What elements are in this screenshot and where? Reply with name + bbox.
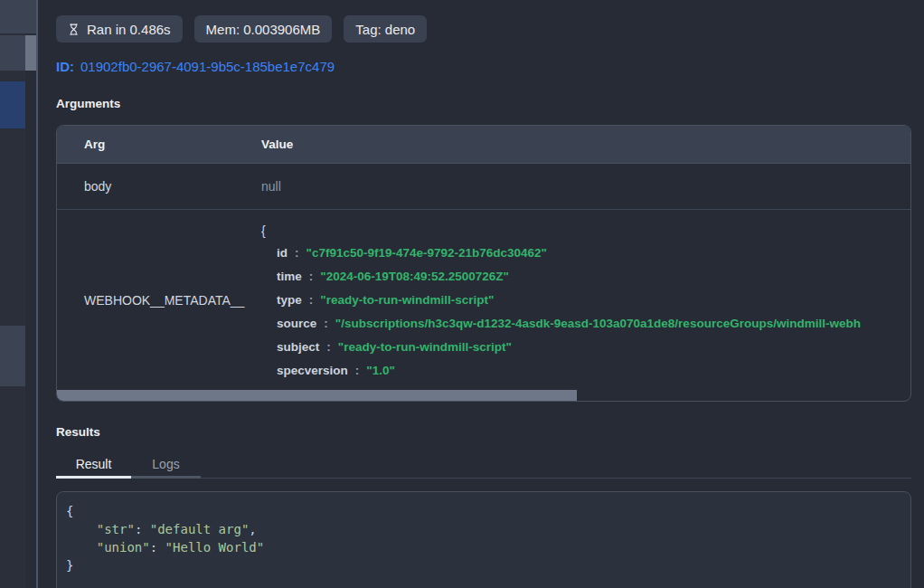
object-open-brace: { — [261, 221, 910, 242]
code-line: "str": "default arg", — [66, 520, 901, 538]
arg-name: WEBHOOK__METADATA__ — [57, 210, 250, 390]
code-line: } — [66, 556, 901, 574]
code-separator: : — [135, 522, 150, 536]
entry-separator: : — [295, 246, 299, 260]
left-panel-scrollbar-thumb[interactable] — [25, 35, 36, 71]
duration-badge-label: Ran in 0.486s — [87, 22, 171, 37]
code-indent — [66, 540, 97, 555]
entry-key: subject — [277, 340, 319, 354]
object-entry-type: type:"ready-to-run-windmill-script" — [261, 289, 910, 312]
tag-badge-label: Tag: deno — [355, 22, 415, 37]
arguments-table: Arg Value body null WEBHOOK__METADATA__ … — [56, 125, 911, 402]
object-entry-id: id:"c7f91c50-9f19-474e-9792-21b76dc30462… — [261, 242, 910, 265]
tab-result[interactable]: Result — [56, 452, 131, 479]
table-row-webhook-metadata: WEBHOOK__METADATA__ { id:"c7f91c50-9f19-… — [57, 210, 910, 390]
left-panel-item-top — [0, 0, 36, 33]
code-key: "str" — [97, 522, 135, 536]
left-panel-item-lower — [0, 326, 25, 386]
code-comma: , — [249, 522, 256, 536]
object-entry-subject: subject:"ready-to-run-windmill-script" — [261, 336, 910, 359]
entry-key: source — [277, 317, 316, 330]
entry-value: "/subscriptions/h3c3qw-d1232-4asdk-9easd… — [335, 317, 861, 330]
object-entry-source: source:"/subscriptions/h3c3qw-d1232-4asd… — [261, 312, 910, 336]
tag-badge: Tag: deno — [344, 15, 427, 43]
tab-logs[interactable]: Logs — [131, 452, 201, 479]
object-entry-time: time:"2024-06-19T08:49:52.2500726Z" — [261, 265, 910, 289]
code-indent — [66, 522, 97, 536]
object-entry-specversion: specversion:"1.0" — [261, 359, 910, 383]
entry-key: specversion — [277, 364, 348, 377]
job-id-label: ID: — [56, 59, 74, 74]
duration-badge: Ran in 0.486s — [56, 15, 183, 43]
horizontal-scrollbar-thumb[interactable] — [57, 390, 577, 401]
code-key: "union" — [97, 540, 150, 555]
arguments-table-header: Arg Value — [57, 126, 910, 164]
entry-value: "ready-to-run-windmill-script" — [338, 340, 512, 354]
results-tab-bar: Result Logs — [56, 452, 911, 479]
table-horizontal-scrollbar — [57, 390, 910, 401]
hourglass-icon — [68, 23, 80, 36]
code-line: { — [66, 502, 901, 520]
object-viewer: { id:"c7f91c50-9f19-474e-9792-21b76dc304… — [250, 210, 910, 390]
entry-separator: : — [326, 340, 331, 354]
run-detail-panel: Ran in 0.486s Mem: 0.003906MB Tag: deno … — [38, 0, 924, 588]
entry-value: "1.0" — [366, 364, 395, 377]
entry-value: "ready-to-run-windmill-script" — [320, 293, 494, 307]
entry-value: "2024-06-19T08:49:52.2500726Z" — [320, 270, 509, 283]
entry-value: "c7f91c50-9f19-474e-9792-21b76dc30462" — [306, 246, 548, 260]
arg-name: body — [57, 179, 250, 194]
arg-column-header: Arg — [57, 138, 250, 151]
run-stats-badges: Ran in 0.486s Mem: 0.003906MB Tag: deno — [56, 15, 911, 43]
results-heading: Results — [56, 425, 911, 439]
result-json-viewer: { "str": "default arg", "union": "Hello … — [56, 491, 911, 588]
arg-value-null: null — [250, 179, 910, 194]
memory-badge-label: Mem: 0.003906MB — [206, 22, 321, 37]
arguments-heading: Arguments — [56, 97, 911, 110]
table-row-body-arg: body null — [57, 164, 910, 210]
left-panel-strip — [0, 0, 36, 588]
entry-separator: : — [309, 270, 314, 283]
entry-separator: : — [324, 317, 328, 330]
code-value: "default arg" — [150, 522, 250, 536]
entry-key: time — [277, 270, 302, 283]
memory-badge: Mem: 0.003906MB — [194, 15, 333, 43]
code-value: "Hello World" — [165, 540, 265, 555]
left-panel-selected-item[interactable] — [0, 81, 25, 128]
entry-key: id — [277, 246, 288, 260]
entry-separator: : — [355, 364, 360, 377]
job-id-line: ID:01902fb0-2967-4091-9b5c-185be1e7c479 — [56, 59, 911, 74]
code-separator: : — [150, 540, 165, 555]
left-panel-scrollbar-track — [25, 0, 36, 588]
code-line: "union": "Hello World" — [66, 538, 901, 556]
job-id-value[interactable]: 01902fb0-2967-4091-9b5c-185be1e7c479 — [80, 59, 335, 74]
value-column-header: Value — [250, 138, 910, 151]
entry-key: type — [277, 293, 302, 307]
entry-separator: : — [309, 293, 314, 307]
